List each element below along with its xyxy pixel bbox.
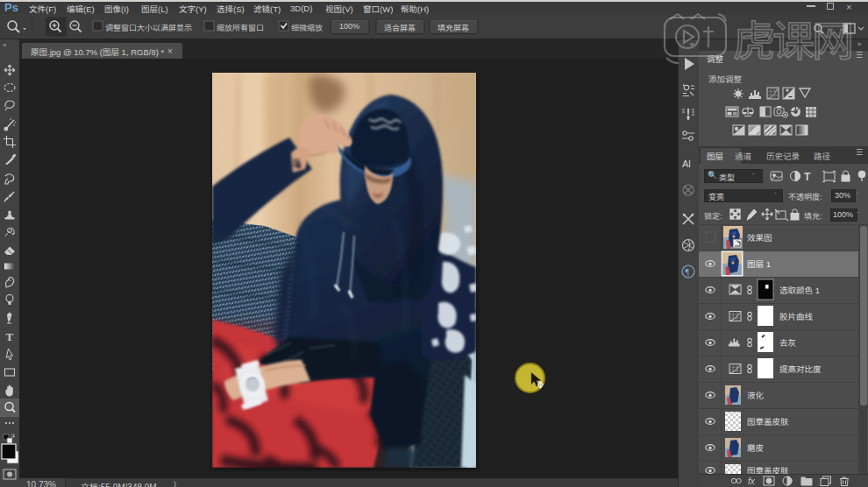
svg-text:液化: 液化: [747, 391, 765, 400]
svg-text:图层 1: 图层 1: [747, 259, 771, 269]
svg-text:¶: ¶: [686, 267, 690, 277]
svg-text:Al: Al: [682, 159, 691, 169]
svg-text:T: T: [804, 171, 811, 183]
svg-text:提高对比度: 提高对比度: [779, 364, 822, 374]
svg-text:选取颜色 1: 选取颜色 1: [779, 286, 820, 295]
svg-text:图章盖皮肤: 图章盖皮肤: [747, 466, 789, 474]
svg-text:fx: fx: [748, 476, 756, 486]
svg-text:效果图: 效果图: [747, 233, 772, 243]
svg-text:胶片曲线: 胶片曲线: [779, 312, 814, 321]
svg-text:虎课网: 虎课网: [733, 12, 851, 65]
svg-text:T: T: [6, 330, 14, 343]
svg-text:去灰: 去灰: [779, 338, 796, 348]
svg-text:图章盖皮肤: 图章盖皮肤: [747, 417, 789, 427]
svg-text:磨皮: 磨皮: [747, 443, 765, 453]
